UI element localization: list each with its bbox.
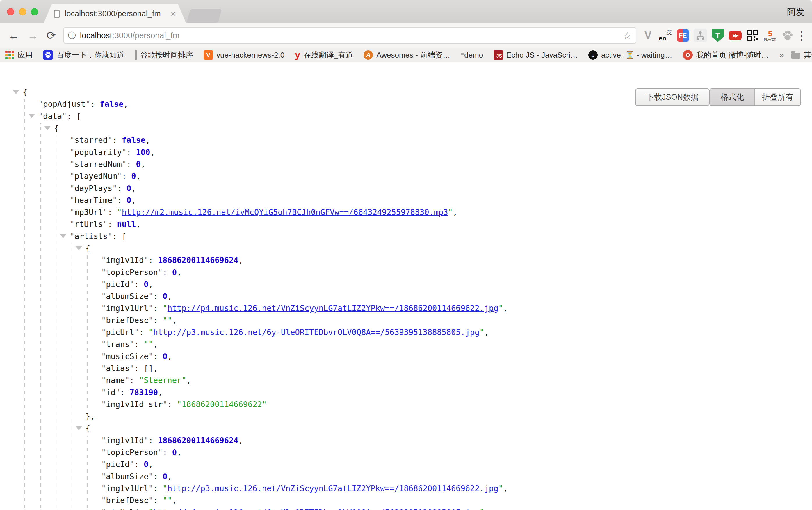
json-bracket: [ xyxy=(76,112,81,121)
bookmark-youdao[interactable]: y在线翻译_有道 xyxy=(295,50,353,60)
close-window-button[interactable] xyxy=(7,8,14,16)
json-quote: " xyxy=(108,136,112,145)
tab-localhost[interactable]: localhost:3000/personal_fm × xyxy=(44,4,186,23)
bookmark-awesomes[interactable]: AAwesomes - 前端资… xyxy=(364,50,450,60)
address-bar[interactable]: ⓘ localhost :3000/personal_fm ☆ xyxy=(63,27,636,44)
bookmark-label: 在线翻译_有道 xyxy=(303,50,353,60)
json-quote: " xyxy=(112,184,117,193)
translate-extension-icon[interactable]: 英en xyxy=(659,29,672,42)
json-colon: : xyxy=(126,160,136,169)
json-url-link[interactable]: http://p4.music.126.net/VnZiScyynLG7atLI… xyxy=(168,304,498,312)
qr-code-extension-icon[interactable] xyxy=(746,29,760,42)
weibo-icon xyxy=(683,50,693,60)
json-colon: : xyxy=(112,232,122,241)
json-colon: : xyxy=(153,316,163,325)
json-line: "picId": 0, xyxy=(0,458,812,470)
json-value: null xyxy=(117,219,136,229)
json-key: picUrl xyxy=(106,328,134,337)
new-tab-button[interactable] xyxy=(186,9,222,23)
bookmark-star-icon[interactable]: ☆ xyxy=(623,30,632,41)
collapse-triangle-icon[interactable] xyxy=(13,90,19,94)
json-quote: " xyxy=(448,208,453,217)
json-colon: : xyxy=(67,112,77,121)
bookmark-label: 谷歌按时间排序 xyxy=(140,50,193,60)
bookmark-apps[interactable]: 应用 xyxy=(5,50,33,60)
site-info-icon[interactable]: ⓘ xyxy=(68,30,76,41)
json-line: "img1v1Id_str": "18686200114669622" xyxy=(0,398,812,410)
json-url-link[interactable]: http://p3.music.126.net/VnZiScyynLG7atLI… xyxy=(168,484,498,493)
vue-devtools-extension-icon[interactable]: V xyxy=(641,29,655,42)
json-quote: " xyxy=(149,484,153,493)
json-line: "alias": [], xyxy=(0,362,812,374)
json-colon: : xyxy=(139,508,149,510)
json-value: 0 xyxy=(144,460,148,469)
json-bracket: { xyxy=(54,124,59,132)
forward-icon[interactable]: → xyxy=(27,30,38,41)
json-comma: , xyxy=(158,388,163,397)
json-value: 100 xyxy=(136,148,150,157)
zoom-window-button[interactable] xyxy=(31,8,38,16)
paw-extension-icon[interactable] xyxy=(781,29,794,42)
json-quote: " xyxy=(101,400,106,409)
json-comma: , xyxy=(503,484,508,493)
json-key: img1v1Id_str xyxy=(106,400,163,409)
json-quote: " xyxy=(70,219,75,229)
json-line: "picUrl": "http://p4.music.126.net/6y-Ul… xyxy=(0,506,812,510)
collapse-triangle-icon[interactable] xyxy=(29,114,35,118)
bookmark-label: vue-hackernews-2.0 xyxy=(216,51,284,60)
bookmark-google-sorted[interactable]: 谷歌按时间排序 xyxy=(135,50,193,60)
json-quote: " xyxy=(101,340,106,349)
browser-menu-icon[interactable]: ⋮ xyxy=(796,29,807,42)
bookmark-demo[interactable]: demo xyxy=(461,51,483,60)
fe-helper-extension-icon[interactable]: FE xyxy=(676,29,690,42)
indent-guide xyxy=(87,255,88,409)
bookmark-label: 百度一下，你就知道 xyxy=(56,50,124,60)
youdao-icon: y xyxy=(295,50,300,60)
json-value: [] xyxy=(144,364,153,373)
json-key: picId xyxy=(106,280,129,289)
collapse-triangle-icon[interactable] xyxy=(76,246,82,250)
json-quote: " xyxy=(101,328,106,337)
json-line: "picId": 0, xyxy=(0,278,812,290)
bookmark-weibo[interactable]: 我的首页 微博-随时… xyxy=(683,50,769,60)
back-icon[interactable]: ← xyxy=(8,30,19,41)
bookmark-active-download[interactable]: ↓active: ⏳ - waiting… xyxy=(588,50,672,60)
json-colon: : xyxy=(139,328,149,337)
json-line: }, xyxy=(0,410,812,422)
json-line: "musicSize": 0, xyxy=(0,350,812,362)
json-quote: " xyxy=(101,436,106,445)
json-comma: , xyxy=(149,280,153,289)
json-quote: " xyxy=(70,196,75,205)
bookmark-baidu[interactable]: 百度一下，你就知道 xyxy=(43,50,124,60)
json-url-link[interactable]: http://m2.music.126.net/ivMcQYiG5oh7BCJh… xyxy=(122,208,448,217)
bookmark-echojs[interactable]: JSEcho JS - JavaScri… xyxy=(494,50,578,60)
json-string-value: "" xyxy=(144,340,153,349)
collapse-triangle-icon[interactable] xyxy=(60,234,66,238)
tab-close-icon[interactable]: × xyxy=(171,9,176,18)
collapse-triangle-icon[interactable] xyxy=(44,126,51,130)
video-ff-extension-icon[interactable]: ▶▶ xyxy=(728,29,742,42)
bookmark-label: active: ⏳ - waiting… xyxy=(601,51,672,60)
other-bookmarks-folder[interactable]: 其他书签 xyxy=(791,50,812,60)
collapse-triangle-icon[interactable] xyxy=(76,426,82,430)
json-quote: " xyxy=(163,484,167,493)
json-key: topicPerson xyxy=(106,268,158,277)
json-url-link[interactable]: http://p3.music.126.net/6y-UleORITEDbvrO… xyxy=(153,328,480,337)
json-line: "mp3Url": "http://m2.music.126.net/ivMcQ… xyxy=(0,206,812,218)
json-comma: , xyxy=(131,196,136,205)
json-quote: " xyxy=(149,316,153,325)
json-key: artists xyxy=(75,232,108,241)
tampermonkey-extension-icon[interactable]: T xyxy=(711,29,725,42)
reload-icon[interactable]: ⟳ xyxy=(47,30,56,41)
minimize-window-button[interactable] xyxy=(19,8,26,16)
page-icon xyxy=(135,51,137,60)
bookmark-vue-hackernews[interactable]: Vvue-hackernews-2.0 xyxy=(204,50,284,60)
json-url-link[interactable]: http://p4.music.126.net/6y-UleORITEDbvrO… xyxy=(153,508,480,510)
bookmark-label: 应用 xyxy=(18,50,33,60)
html5-player-extension-icon[interactable]: 5PLAYER xyxy=(763,29,777,42)
profile-name[interactable]: 阿发 xyxy=(787,6,805,18)
json-quote: " xyxy=(144,256,148,265)
bookmarks-overflow-icon[interactable]: » xyxy=(779,50,784,60)
json-quote: " xyxy=(38,99,43,109)
sitemap-extension-icon[interactable] xyxy=(693,29,707,42)
